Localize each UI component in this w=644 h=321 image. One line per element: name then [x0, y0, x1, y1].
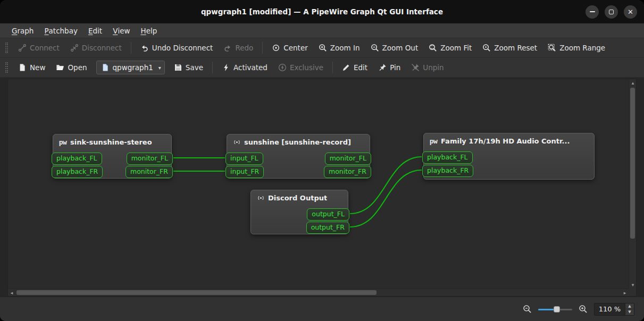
zoom-reset-icon — [482, 44, 491, 52]
file-icon — [101, 63, 110, 72]
save-icon — [174, 63, 182, 72]
spin-up-button[interactable]: ▲ — [625, 303, 634, 309]
open-button[interactable]: Open — [51, 60, 91, 75]
toolbar-separator — [332, 62, 333, 73]
zoom-reset-button[interactable]: Zoom Reset — [478, 40, 542, 56]
activated-icon — [222, 63, 230, 72]
app-window: qpwgraph1 [modified] — A PipeWire Graph … — [0, 0, 644, 321]
minimize-button[interactable] — [586, 5, 599, 19]
window-title: qpwgraph1 [modified] — A PipeWire Graph … — [0, 7, 644, 16]
port-output_FL[interactable]: output_FL — [307, 208, 349, 221]
menu-view[interactable]: View — [107, 23, 135, 38]
toolbar-handle[interactable] — [5, 62, 8, 73]
port-input_FR[interactable]: input_FR — [225, 166, 264, 178]
node-title: sink-sunshine-stereo — [70, 138, 152, 146]
zoom-fit-button[interactable]: Zoom Fit — [424, 40, 476, 56]
graph-node[interactable]: pwsink-sunshine-stereoplayback_FLplaybac… — [53, 134, 172, 179]
menu-help[interactable]: Help — [135, 23, 162, 38]
vertical-scroll-thumb[interactable] — [630, 88, 635, 239]
main-area: pwsink-sunshine-stereoplayback_FLplaybac… — [0, 78, 644, 297]
port-monitor_FL[interactable]: monitor_FL — [127, 153, 173, 165]
open-icon — [56, 63, 64, 72]
node-header: pwsink-sunshine-stereo — [53, 134, 171, 148]
vertical-scrollbar[interactable]: ▴ ▾ — [629, 79, 636, 289]
statusbar: 110 % ▲ ▼ — [0, 297, 644, 321]
horizontal-scrollbar[interactable]: ◂ ▸ — [8, 289, 629, 296]
graph-node[interactable]: pwFamily 17h/19h HD Audio Contr...playba… — [423, 133, 595, 180]
toolbar-button-label: Open — [68, 63, 87, 72]
patchbay-file-combo[interactable]: qpwgraph1▾ — [96, 61, 165, 74]
nodes-layer: pwsink-sunshine-stereoplayback_FLplaybac… — [8, 79, 629, 289]
zoom-value: 110 % — [595, 303, 625, 315]
scroll-down-arrow-icon[interactable]: ▾ — [629, 281, 637, 289]
zoom-spinbox[interactable]: 110 % ▲ ▼ — [594, 303, 634, 316]
titlebar[interactable]: qpwgraph1 [modified] — A PipeWire Graph … — [0, 0, 644, 23]
connect-button[interactable]: Connect — [13, 40, 64, 56]
graph-node[interactable]: sunshine [sunshine-record]input_FLinput_… — [227, 134, 370, 179]
maximize-button[interactable] — [605, 5, 618, 19]
node-header: sunshine [sunshine-record] — [227, 134, 370, 148]
port-playback_FL[interactable]: playback_FL — [422, 151, 473, 164]
graph-canvas[interactable]: pwsink-sunshine-stereoplayback_FLplaybac… — [7, 79, 637, 297]
toolbar-button-label: New — [30, 63, 45, 72]
toolbar-button-label: Pin — [390, 63, 400, 72]
spin-down-button[interactable]: ▼ — [625, 309, 634, 315]
port-playback_FR[interactable]: playback_FR — [52, 166, 103, 178]
combo-value: qpwgraph1 — [113, 63, 153, 72]
toolbar-button-label: Activated — [233, 63, 267, 72]
zoom-range-button[interactable]: Zoom Range — [543, 40, 610, 56]
spin-arrows: ▲ ▼ — [625, 303, 634, 315]
menu-patchbay[interactable]: Patchbay — [39, 23, 83, 38]
toolbar-button-label: Redo — [235, 44, 253, 52]
new-button[interactable]: New — [13, 60, 50, 75]
node-title: Discord Output — [268, 194, 327, 202]
port-playback_FR[interactable]: playback_FR — [422, 165, 473, 177]
toolbar-button-label: Zoom Out — [382, 44, 419, 52]
port-monitor_FL[interactable]: monitor_FL — [325, 153, 371, 165]
zoom-slider[interactable] — [538, 305, 572, 314]
port-input_FL[interactable]: input_FL — [225, 153, 263, 165]
port-monitor_FR[interactable]: monitor_FR — [126, 166, 173, 178]
port-monitor_FR[interactable]: monitor_FR — [324, 166, 371, 178]
toolbar-button-label: Center — [283, 44, 307, 52]
scroll-left-arrow-icon[interactable]: ◂ — [8, 289, 15, 297]
undo-disconnect-button[interactable]: Undo Disconnect — [136, 40, 218, 56]
center-button[interactable]: Center — [267, 40, 312, 56]
close-icon: ✕ — [628, 9, 633, 15]
unpin-button[interactable]: Unpin — [406, 60, 448, 75]
disconnect-button[interactable]: Disconnect — [65, 40, 127, 56]
toolbar-button-label: Undo Disconnect — [152, 44, 213, 52]
audio-node-icon — [232, 138, 241, 146]
toolbar-handle[interactable] — [5, 43, 8, 53]
edit-button[interactable]: Edit — [337, 60, 372, 75]
pin-button[interactable]: Pin — [373, 60, 405, 75]
toolbar-separator — [262, 42, 263, 54]
node-title: Family 17h/19h HD Audio Contr... — [441, 137, 570, 145]
exclusive-button[interactable]: Exclusive — [273, 60, 328, 75]
toolbar-separator — [131, 42, 131, 54]
zoom-slider-handle[interactable] — [554, 306, 560, 312]
zoom-in-button[interactable]: Zoom In — [314, 40, 365, 56]
save-button[interactable]: Save — [169, 60, 208, 75]
port-output_FR[interactable]: output_FR — [306, 222, 349, 234]
chevron-down-icon: ▾ — [158, 65, 161, 71]
port-playback_FL[interactable]: playback_FL — [52, 153, 102, 165]
menu-graph[interactable]: Graph — [6, 23, 39, 38]
node-header: pwFamily 17h/19h HD Audio Contr... — [424, 133, 594, 147]
zoom-in-mini-icon[interactable] — [579, 305, 588, 314]
close-button[interactable]: ✕ — [624, 5, 637, 19]
graph-node[interactable]: Discord Outputoutput_FLoutput_FR — [250, 190, 348, 234]
scroll-up-arrow-icon[interactable]: ▴ — [629, 79, 637, 87]
undo-icon — [140, 44, 149, 52]
toolbar-button-label: Zoom Range — [559, 44, 605, 52]
horizontal-scroll-thumb[interactable] — [16, 290, 377, 295]
scroll-right-arrow-icon[interactable]: ▸ — [621, 289, 629, 297]
zoom-out-button[interactable]: Zoom Out — [366, 40, 423, 56]
toolbar-separator — [212, 62, 213, 73]
edit-icon — [342, 63, 350, 72]
redo-button[interactable]: Redo — [219, 40, 258, 56]
toolbar-button-label: Edit — [354, 63, 367, 72]
menu-edit[interactable]: Edit — [83, 23, 107, 38]
zoom-out-mini-icon[interactable] — [523, 305, 532, 314]
activated-button[interactable]: Activated — [217, 60, 272, 75]
